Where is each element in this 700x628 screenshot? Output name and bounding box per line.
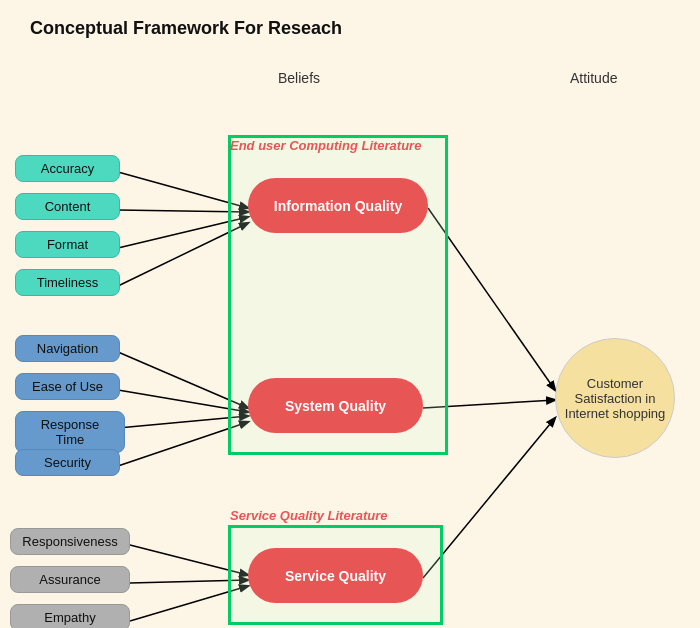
- end-user-label: End user Computing Literature: [230, 138, 421, 153]
- accuracy-box: Accuracy: [15, 155, 120, 182]
- response-time-box: Response Time: [15, 411, 125, 453]
- timeliness-box: Timeliness: [15, 269, 120, 296]
- security-box: Security: [15, 449, 120, 476]
- content-box: Content: [15, 193, 120, 220]
- ease-of-use-box: Ease of Use: [15, 373, 120, 400]
- beliefs-label: Beliefs: [278, 70, 320, 86]
- page-title: Conceptual Framework For Reseach: [0, 0, 700, 39]
- satisfaction-oval: CustomerSatisfaction inInternet shopping: [555, 338, 675, 458]
- responsiveness-box: Responsiveness: [10, 528, 130, 555]
- service-quality-oval: Service Quality: [248, 548, 423, 603]
- empathy-box: Empathy: [10, 604, 130, 628]
- system-quality-oval: System Quality: [248, 378, 423, 433]
- service-quality-label: Service Quality Literature: [230, 508, 388, 523]
- assurance-box: Assurance: [10, 566, 130, 593]
- info-quality-oval: Information Quality: [248, 178, 428, 233]
- diagram-area: Beliefs Attitude: [0, 60, 700, 628]
- format-box: Format: [15, 231, 120, 258]
- satisfaction-label: CustomerSatisfaction inInternet shopping: [565, 376, 665, 421]
- attitude-label: Attitude: [570, 70, 617, 86]
- navigation-box: Navigation: [15, 335, 120, 362]
